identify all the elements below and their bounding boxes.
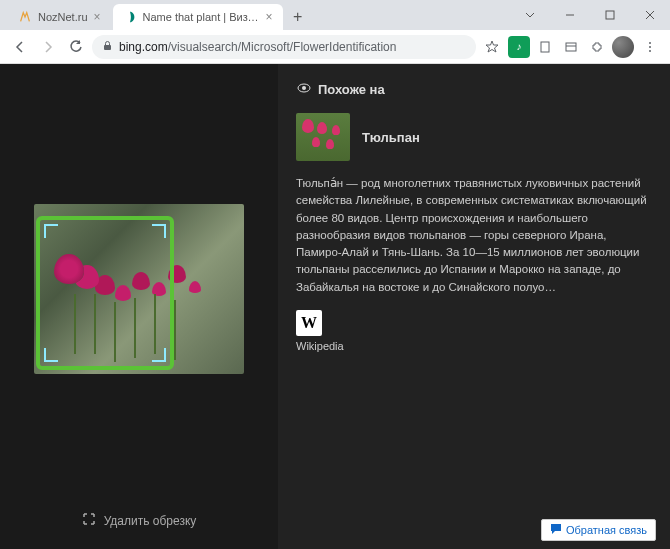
svg-rect-4: [566, 43, 576, 51]
result-source[interactable]: W Wikipedia: [296, 310, 652, 352]
minimize-button[interactable]: [550, 0, 590, 30]
browser-tab-active[interactable]: Name that plant | Визуальный п ×: [113, 4, 283, 30]
svg-rect-3: [541, 42, 549, 52]
profile-avatar[interactable]: [612, 36, 634, 58]
close-icon[interactable]: ×: [266, 10, 273, 24]
extensions-menu-icon[interactable]: [586, 36, 608, 58]
svg-rect-1: [606, 11, 614, 19]
browser-tab-strip: NozNet.ru × Name that plant | Визуальный…: [0, 0, 670, 30]
crop-handle-br[interactable]: [152, 348, 166, 362]
svg-point-6: [649, 42, 651, 44]
page-content: Удалить обрезку Похоже на Тюльпан Тюльпа…: [0, 64, 670, 549]
svg-point-8: [649, 50, 651, 52]
back-button[interactable]: [8, 35, 32, 59]
extension-icon[interactable]: [534, 36, 556, 58]
feedback-button[interactable]: Обратная связь: [541, 519, 656, 541]
browser-tab[interactable]: NozNet.ru ×: [8, 4, 111, 30]
wikipedia-icon: W: [296, 310, 322, 336]
close-window-button[interactable]: [630, 0, 670, 30]
crop-handle-tr[interactable]: [152, 224, 166, 238]
extension-icon[interactable]: ♪: [508, 36, 530, 58]
speech-icon: [550, 523, 562, 537]
lock-icon: [102, 40, 113, 54]
svg-point-10: [302, 86, 306, 90]
address-bar: bing.com/visualsearch/Microsoft/FlowerId…: [0, 30, 670, 64]
tab-label: NozNet.ru: [38, 11, 88, 23]
chevron-down-icon[interactable]: [510, 0, 550, 30]
delete-crop-button[interactable]: Удалить обрезку: [82, 512, 197, 529]
svg-point-7: [649, 46, 651, 48]
section-title: Похоже на: [318, 82, 385, 97]
menu-button[interactable]: [638, 35, 662, 59]
star-icon[interactable]: [480, 35, 504, 59]
favicon-icon: [123, 10, 137, 24]
url-text: bing.com/visualsearch/Microsoft/FlowerId…: [119, 40, 396, 54]
source-label: Wikipedia: [296, 340, 344, 352]
result-thumbnail: [296, 113, 350, 161]
tab-label: Name that plant | Визуальный п: [143, 11, 260, 23]
new-tab-button[interactable]: +: [285, 4, 311, 30]
reload-button[interactable]: [64, 35, 88, 59]
url-field[interactable]: bing.com/visualsearch/Microsoft/FlowerId…: [92, 35, 476, 59]
result-description: Тюльпа́н — род многолетних травянистых л…: [296, 175, 652, 296]
forward-button[interactable]: [36, 35, 60, 59]
results-panel: Похоже на Тюльпан Тюльпа́н — род многоле…: [278, 64, 670, 549]
section-header: Похоже на: [296, 80, 652, 99]
maximize-button[interactable]: [590, 0, 630, 30]
window-controls: [510, 0, 670, 30]
crop-selection[interactable]: [36, 216, 174, 370]
svg-rect-2: [104, 45, 111, 50]
result-title: Тюльпан: [362, 130, 420, 145]
uploaded-image[interactable]: [34, 204, 244, 374]
close-icon[interactable]: ×: [94, 10, 101, 24]
extension-icon[interactable]: [560, 36, 582, 58]
crop-handle-tl[interactable]: [44, 224, 58, 238]
feedback-label: Обратная связь: [566, 524, 647, 536]
crop-handle-bl[interactable]: [44, 348, 58, 362]
favicon-icon: [18, 10, 32, 24]
crop-icon: [82, 512, 96, 529]
eye-icon: [296, 80, 312, 99]
delete-crop-label: Удалить обрезку: [104, 514, 197, 528]
image-panel: Удалить обрезку: [0, 64, 278, 549]
result-item[interactable]: Тюльпан: [296, 113, 652, 161]
